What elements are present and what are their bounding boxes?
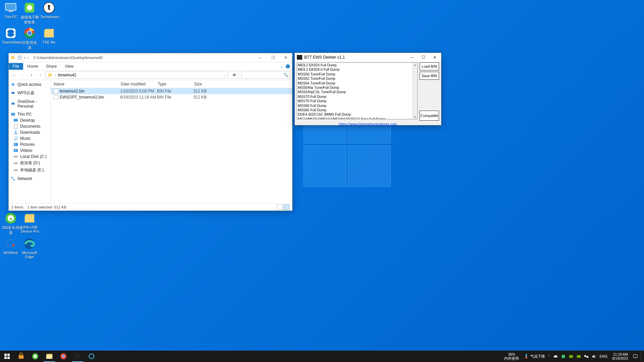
col-name[interactable]: Name xyxy=(51,82,118,86)
btt-titlebar[interactable]: BTT EWS Deleter v1.1 ─ ☐ ✕ xyxy=(295,53,441,62)
nav-desktop[interactable]: Desktop xyxy=(9,117,51,123)
scrollbar[interactable]: ▴▾ xyxy=(413,63,417,119)
chevron-expand-icon[interactable]: ⌄ xyxy=(280,64,283,69)
close-button[interactable]: ✕ xyxy=(279,54,292,61)
tb-cortana[interactable] xyxy=(85,351,99,362)
file-row[interactable]: EWSOFF_bmwms42.bin8/19/2023 11:19 AMBIN … xyxy=(51,94,292,100)
refresh-button[interactable]: ⟳ xyxy=(230,71,238,79)
ribbon-tab-view[interactable]: View xyxy=(61,63,77,70)
icon-label: TeamViewer xyxy=(2,40,22,44)
minimize-button[interactable]: ─ xyxy=(406,54,418,61)
nav-network[interactable]: Network xyxy=(9,176,51,182)
desktop-icon-teamviewer[interactable]: TeamViewer xyxy=(2,27,19,44)
navigation-pane[interactable]: Quick access WPS云盘 OneDrive - Personal T… xyxy=(9,80,51,203)
back-button[interactable]: ← xyxy=(11,72,17,78)
svg-rect-50 xyxy=(562,355,565,358)
maximize-button[interactable]: ☐ xyxy=(267,54,279,61)
minimize-button[interactable]: ─ xyxy=(254,54,267,61)
compatibil-button[interactable]: Compatibil xyxy=(420,111,439,121)
nav-d-drive[interactable]: 新加卷 (D:) xyxy=(9,160,51,167)
nav-onedrive[interactable]: OneDrive - Personal xyxy=(9,99,51,109)
ribbon-tab-home[interactable]: Home xyxy=(23,63,42,70)
column-headers[interactable]: Name ⌃ Date modified Type Size xyxy=(51,80,292,88)
crumb-label[interactable]: bmwms42 xyxy=(58,73,76,77)
nav-c-drive[interactable]: Local Disk (C:) xyxy=(9,154,51,160)
tb-360[interactable] xyxy=(28,351,42,362)
close-button[interactable]: ✕ xyxy=(429,54,440,61)
start-button[interactable] xyxy=(0,351,14,362)
nvidia-tray-icon-2[interactable] xyxy=(576,354,581,359)
forward-button[interactable]: → xyxy=(19,72,26,78)
desktop-icon-techstream[interactable]: tTechstream xyxy=(40,1,58,19)
desktop-icon-tse-file[interactable]: TSE file xyxy=(40,27,58,44)
nav-downloads[interactable]: Downloads xyxy=(9,129,51,135)
nav-videos[interactable]: Videos xyxy=(9,147,51,154)
desktop-icon-edge[interactable]: Microsoft Edge xyxy=(21,237,38,259)
clock[interactable]: 11:19 AM8/19/2023 xyxy=(610,352,630,360)
svg-rect-23 xyxy=(14,119,18,122)
network-tray-icon[interactable] xyxy=(584,354,589,359)
nav-pictures[interactable]: Pictures xyxy=(9,141,51,147)
col-size[interactable]: Size xyxy=(184,82,205,86)
file-icon xyxy=(54,89,58,94)
action-center-icon[interactable] xyxy=(633,354,638,359)
desktop-icon-chrome[interactable]: 谷歌浏览器 xyxy=(21,27,38,50)
maximize-button[interactable]: ☐ xyxy=(418,54,429,61)
properties-icon[interactable] xyxy=(17,55,22,60)
search-box[interactable]: 🔍 xyxy=(241,71,290,79)
scroll-down-icon[interactable]: ▾ xyxy=(414,115,416,119)
col-type[interactable]: Type xyxy=(155,82,184,86)
svg-rect-30 xyxy=(14,156,18,157)
bimmer-link[interactable]: https://www.bimmertuningtools.com xyxy=(339,122,397,126)
log-textbox[interactable]: ME9.2 EK924 Full Dump ME9.2 EK928.0 Full… xyxy=(297,62,418,119)
weather-widget[interactable]: 气温下降 xyxy=(524,354,545,359)
svg-text:e: e xyxy=(10,217,12,221)
chevron-down-icon[interactable]: ⌄ xyxy=(224,74,226,77)
volume-tray-icon[interactable] xyxy=(592,354,597,359)
svg-point-26 xyxy=(16,138,18,140)
desktop-icon-superrabbit[interactable]: 超级兔子数 据恢复 xyxy=(21,1,38,25)
nav-music[interactable]: Music xyxy=(9,135,51,141)
file-row[interactable]: bmwms42.bin1/20/2023 6:08 PMBIN File512 … xyxy=(51,88,292,94)
nav-e-drive[interactable]: 本地磁盘 (E:) xyxy=(9,167,51,174)
explorer-titlebar[interactable]: ▾ | C:\Users\Administrator\Desktop\bmwms… xyxy=(9,53,292,62)
save-bin-button[interactable]: Save BIN xyxy=(420,72,439,80)
up-button[interactable]: ↑ xyxy=(37,72,44,78)
svg-rect-46 xyxy=(74,354,80,359)
view-details[interactable] xyxy=(283,204,289,210)
recent-dropdown[interactable]: ▾ xyxy=(28,72,35,78)
security-tray-icon[interactable] xyxy=(561,354,566,359)
svg-rect-35 xyxy=(4,354,7,356)
language-indicator[interactable]: ENG xyxy=(599,354,607,358)
ribbon-tab-share[interactable]: Share xyxy=(42,63,61,70)
folder-icon xyxy=(11,55,15,60)
onedrive-tray-icon[interactable] xyxy=(553,354,558,359)
desktop-icon-upa[interactable]: UPA-USB Device Pro... xyxy=(21,212,38,233)
tb-store[interactable] xyxy=(14,351,28,362)
help-icon[interactable]: ? xyxy=(285,64,290,69)
load-bin-button[interactable]: Load BIN xyxy=(420,62,439,70)
nav-quick-access[interactable]: Quick access xyxy=(9,81,51,87)
nav-wps[interactable]: WPS云盘 xyxy=(9,89,51,97)
ribbon-tab-file[interactable]: File xyxy=(9,63,23,70)
show-desktop-button[interactable] xyxy=(641,351,642,362)
tb-explorer[interactable] xyxy=(42,351,56,362)
tb-chrome[interactable] xyxy=(56,351,70,362)
file-size: 512 KB xyxy=(186,95,207,100)
nvidia-tray-icon[interactable] xyxy=(569,354,574,359)
system-tray[interactable]: ⌃ ENG xyxy=(548,354,607,359)
view-large-icons[interactable] xyxy=(277,204,283,210)
breadcrumb[interactable]: › bmwms42 ⌄ xyxy=(46,71,228,79)
icon-label: 超级兔子数 据恢复 xyxy=(21,15,39,24)
memory-widget[interactable]: 36%内存使用 xyxy=(502,352,521,360)
desktop-icon-wxwork[interactable]: WXWork xyxy=(2,237,19,255)
qat-dropdown-icon[interactable]: ▾ xyxy=(24,56,25,59)
nav-documents[interactable]: Documents xyxy=(9,123,51,129)
desktop-icon-360[interactable]: e360安全浏览 器 xyxy=(2,212,19,235)
desktop-icon-this-pc[interactable]: This PC xyxy=(2,1,19,19)
nav-this-pc[interactable]: This PC xyxy=(9,111,51,117)
scroll-up-icon[interactable]: ▴ xyxy=(414,63,416,67)
svg-rect-33 xyxy=(11,177,13,178)
tray-overflow-icon[interactable]: ⌃ xyxy=(548,355,550,358)
tb-terminal[interactable] xyxy=(70,351,85,362)
